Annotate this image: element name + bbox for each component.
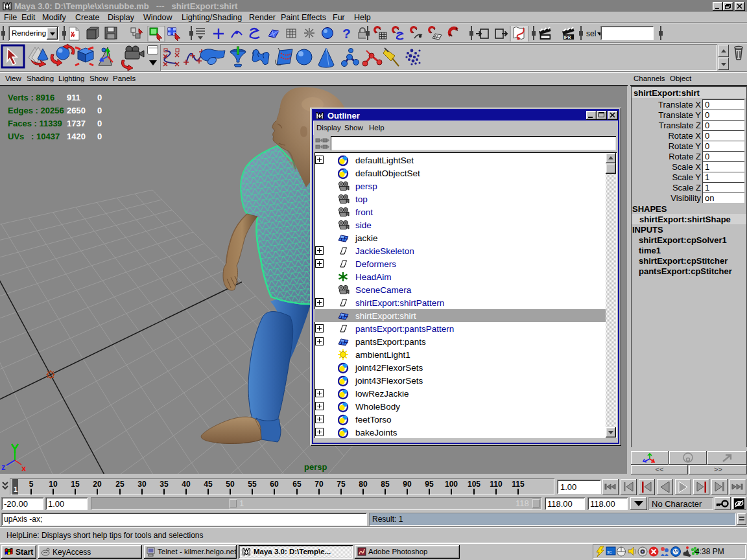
svg-text:85: 85 <box>381 480 390 489</box>
svg-text:80: 80 <box>359 480 368 489</box>
svg-text:100: 100 <box>445 480 458 489</box>
svg-text:5: 5 <box>29 480 34 489</box>
svg-text:105: 105 <box>468 480 480 489</box>
svg-text:3C: 3C <box>607 550 612 554</box>
svg-text:30: 30 <box>137 480 147 489</box>
svg-text:65: 65 <box>292 480 302 489</box>
svg-text:20: 20 <box>93 480 102 489</box>
svg-text:115: 115 <box>512 480 525 489</box>
svg-text:95: 95 <box>425 480 434 489</box>
svg-text:IPR: IPR <box>564 35 571 40</box>
svg-text:110: 110 <box>490 480 503 489</box>
svg-text:70: 70 <box>314 480 324 489</box>
svg-text:55: 55 <box>248 480 257 489</box>
svg-text:z: z <box>1 462 6 472</box>
svg-text:15: 15 <box>71 480 80 489</box>
svg-text:x: x <box>21 463 27 473</box>
svg-text:75: 75 <box>337 480 346 489</box>
svg-text:60: 60 <box>270 480 279 489</box>
svg-text:10: 10 <box>49 480 58 489</box>
svg-text:?: ? <box>342 26 351 41</box>
svg-text:25: 25 <box>115 480 124 489</box>
svg-text:40: 40 <box>182 480 191 489</box>
svg-text:45: 45 <box>204 480 213 489</box>
svg-text:90: 90 <box>403 480 412 489</box>
svg-text:35: 35 <box>160 480 169 489</box>
svg-text:50: 50 <box>226 480 235 489</box>
